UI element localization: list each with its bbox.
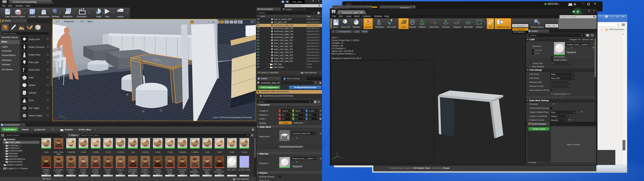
svg-text:y: y bbox=[332, 158, 333, 160]
svg-text:x: x bbox=[342, 157, 343, 159]
svg-text:i: i bbox=[529, 30, 530, 32]
svg-text:u: u bbox=[43, 11, 44, 13]
svg-text:i: i bbox=[258, 78, 259, 80]
